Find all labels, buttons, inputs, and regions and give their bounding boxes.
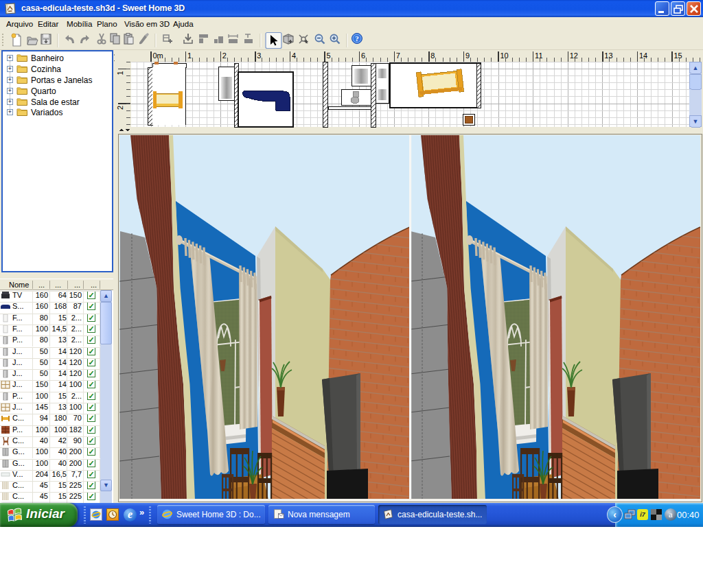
svg-text:6: 6 [361,51,365,60]
svg-text:▲: ▲ [693,64,699,71]
svg-text:12: 12 [570,51,578,60]
svg-text:▼: ▼ [693,118,699,125]
svg-text:7: 7 [396,51,400,60]
svg-text:13: 13 [604,51,612,60]
svg-text:4: 4 [292,51,296,60]
svg-text:14: 14 [639,51,647,60]
svg-text:3: 3 [257,51,261,60]
svg-text:?: ? [355,34,359,43]
svg-text:8: 8 [430,51,435,60]
svg-text:2: 2 [116,106,124,110]
svg-text:1: 1 [116,71,124,75]
svg-text:11: 11 [535,51,542,60]
svg-text:1: 1 [187,51,192,60]
svg-text:15: 15 [674,51,682,60]
svg-text:5: 5 [327,51,331,60]
svg-text:9: 9 [465,51,470,60]
svg-text:10: 10 [500,51,509,60]
svg-text:2: 2 [222,51,227,60]
